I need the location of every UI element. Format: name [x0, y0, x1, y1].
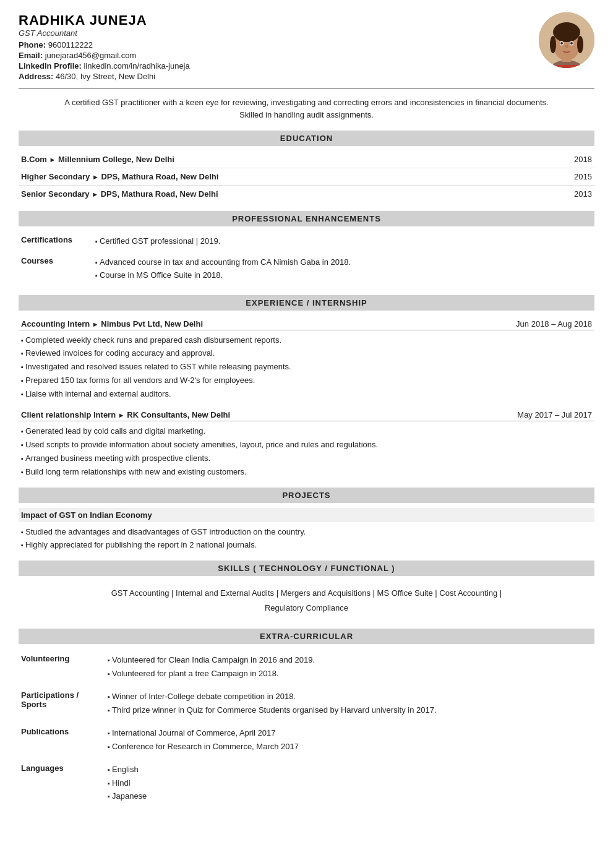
header-section: RADHIKA JUNEJA GST Accountant Phone: 960…	[19, 12, 594, 82]
education-year-1: 2018	[574, 155, 592, 164]
job-bullet-1-5: Liaise with internal and external audito…	[21, 388, 592, 401]
lang-item-1: English	[108, 763, 592, 776]
participations-list: Winner of Inter-College debate competiti…	[108, 690, 592, 716]
svg-point-11	[570, 42, 573, 45]
certifications-content: Certified GST professional | 2019.	[93, 231, 594, 252]
address-value: 46/30, Ivy Street, New Delhi	[56, 72, 155, 81]
participations-row: Participations /Sports Winner of Inter-C…	[19, 685, 594, 722]
course-item-2: Course in MS Office Suite in 2018.	[95, 269, 592, 281]
job-title: GST Accountant	[19, 28, 190, 38]
languages-label: Languages	[19, 758, 105, 809]
skill-item-4: MS Office Suite	[377, 588, 433, 598]
header-left: RADHIKA JUNEJA GST Accountant Phone: 960…	[19, 12, 190, 82]
skills-section: SKILLS ( TECHNOLOGY / FUNCTIONAL ) GST A…	[19, 561, 594, 620]
participations-label: Participations /Sports	[19, 685, 105, 722]
svg-point-7	[577, 36, 583, 53]
job-bullet-2-3: Arranged business meeting with prospecti…	[21, 452, 592, 465]
svg-point-6	[550, 36, 556, 53]
volunteering-list: Volunteered for Clean India Campaign in …	[108, 654, 592, 679]
svg-rect-12	[548, 65, 585, 68]
certifications-row: Certifications Certified GST professiona…	[19, 231, 594, 252]
skills-sep-2: |	[276, 588, 281, 598]
project-title-1: Impact of GST on Indian Economy	[19, 508, 594, 522]
project-bullet-1-1: Studied the advantages and disadvantages…	[21, 526, 592, 539]
job-date-1: Jun 2018 – Aug 2018	[516, 319, 592, 329]
education-degree-1: B.Com ► Millennium College, New Delhi	[21, 155, 174, 164]
vol-item-1: Volunteered for Clean India Campaign in …	[108, 654, 592, 666]
email-value: junejarad456@gmail.com	[45, 51, 137, 60]
extracurricular-section: EXTRA-CURRICULAR Volunteering Volunteere…	[19, 629, 594, 809]
skill-item-2: Internal and External Audits	[176, 588, 274, 598]
certifications-label: Certifications	[19, 231, 93, 252]
project-bullet-1-2: Highly appreciated for publishing the re…	[21, 539, 592, 552]
job-bullet-1-4: Prepared 150 tax forms for all vendors a…	[21, 374, 592, 387]
courses-content: Advanced course in tax and accounting fr…	[93, 252, 594, 286]
courses-list: Advanced course in tax and accounting fr…	[95, 256, 592, 281]
education-row-2: Higher Secondary ► DPS, Mathura Road, Ne…	[19, 168, 594, 186]
pub-item-1: International Journal of Commerce, April…	[108, 727, 592, 739]
email-line: Email: junejarad456@gmail.com	[19, 51, 190, 60]
job-bullets-1: Completed weekly check runs and prepared…	[19, 334, 594, 401]
projects-section: PROJECTS Impact of GST on Indian Economy…	[19, 488, 594, 552]
job-title-2: Client relationship Intern ► RK Consulta…	[21, 410, 230, 419]
part-item-1: Winner of Inter-College debate competiti…	[108, 690, 592, 703]
job-bullets-2: Generated lead by cold calls and digital…	[19, 425, 594, 478]
skill-item-3: Mergers and Acquisitions	[281, 588, 371, 598]
education-year-3: 2013	[574, 189, 592, 199]
job-bullet-1-3: Investigated and resolved issues related…	[21, 361, 592, 374]
certifications-list: Certified GST professional | 2019.	[95, 235, 592, 247]
volunteering-row: Volunteering Volunteered for Clean India…	[19, 649, 594, 685]
project-bullets-1: Studied the advantages and disadvantages…	[19, 526, 594, 552]
course-item-1: Advanced course in tax and accounting fr…	[95, 256, 592, 269]
summary-text: A certified GST practitioner with a keen…	[19, 97, 594, 121]
skills-header: SKILLS ( TECHNOLOGY / FUNCTIONAL )	[19, 561, 594, 576]
job-bullet-1-2: Reviewed invoices for coding accuracy an…	[21, 347, 592, 360]
linkedin-label: LinkedIn Profile:	[19, 61, 82, 71]
part-item-2: Third prize winner in Quiz for Commerce …	[108, 704, 592, 716]
job-bullet-1-1: Completed weekly check runs and prepared…	[21, 334, 592, 347]
job-bullet-2-4: Build long term relationships with new a…	[21, 466, 592, 479]
job-title-1: Accounting Intern ► Nimbus Pvt Ltd, New …	[21, 319, 203, 329]
professional-header: PROFESSIONAL ENHANCEMENTS	[19, 211, 594, 226]
experience-header: EXPERIENCE / INTERNSHIP	[19, 295, 594, 311]
phone-line: Phone: 9600112222	[19, 40, 190, 49]
education-header: EDUCATION	[19, 131, 594, 146]
languages-row: Languages English Hindi Japanese	[19, 758, 594, 809]
education-row-3: Senior Secondary ► DPS, Mathura Road, Ne…	[19, 186, 594, 202]
volunteering-content: Volunteered for Clean India Campaign in …	[105, 649, 594, 685]
education-section: EDUCATION B.Com ► Millennium College, Ne…	[19, 131, 594, 202]
extracurricular-header: EXTRA-CURRICULAR	[19, 629, 594, 644]
skills-sep-3: |	[373, 588, 377, 598]
job-bullet-2-1: Generated lead by cold calls and digital…	[21, 425, 592, 438]
lang-item-3: Japanese	[108, 790, 592, 802]
extracurricular-table: Volunteering Volunteered for Clean India…	[19, 649, 594, 809]
phone-label: Phone:	[19, 40, 46, 49]
professional-table: Certifications Certified GST professiona…	[19, 231, 594, 286]
experience-section: EXPERIENCE / INTERNSHIP Accounting Inter…	[19, 295, 594, 479]
skill-item-1: GST Accounting	[111, 588, 169, 598]
phone-value: 9600112222	[48, 40, 93, 49]
skills-content: GST Accounting | Internal and External A…	[19, 581, 594, 620]
participations-content: Winner of Inter-College debate competiti…	[105, 685, 594, 722]
courses-row: Courses Advanced course in tax and accou…	[19, 252, 594, 286]
education-year-2: 2015	[574, 172, 592, 181]
linkedin-value: linkedin.com/in/radhika-juneja	[84, 61, 189, 71]
languages-content: English Hindi Japanese	[105, 758, 594, 809]
skills-sep-5: |	[500, 588, 502, 598]
svg-point-5	[553, 22, 580, 42]
skill-item-6: Regulatory Compliance	[265, 603, 348, 612]
publications-row: Publications International Journal of Co…	[19, 722, 594, 758]
job-header-2: Client relationship Intern ► RK Consulta…	[19, 406, 594, 421]
email-label: Email:	[19, 51, 43, 60]
svg-point-10	[560, 42, 563, 45]
profile-photo	[539, 12, 594, 68]
address-label: Address:	[19, 72, 53, 81]
job-bullet-2-2: Used scripts to provide information abou…	[21, 439, 592, 452]
header-divider	[19, 88, 594, 89]
education-degree-3: Senior Secondary ► DPS, Mathura Road, Ne…	[21, 189, 218, 199]
courses-label: Courses	[19, 252, 93, 286]
education-row-1: B.Com ► Millennium College, New Delhi 20…	[19, 151, 594, 168]
linkedin-line: LinkedIn Profile: linkedin.com/in/radhik…	[19, 61, 190, 71]
address-line: Address: 46/30, Ivy Street, New Delhi	[19, 72, 190, 81]
vol-item-2: Volunteered for plant a tree Campaign in…	[108, 668, 592, 680]
